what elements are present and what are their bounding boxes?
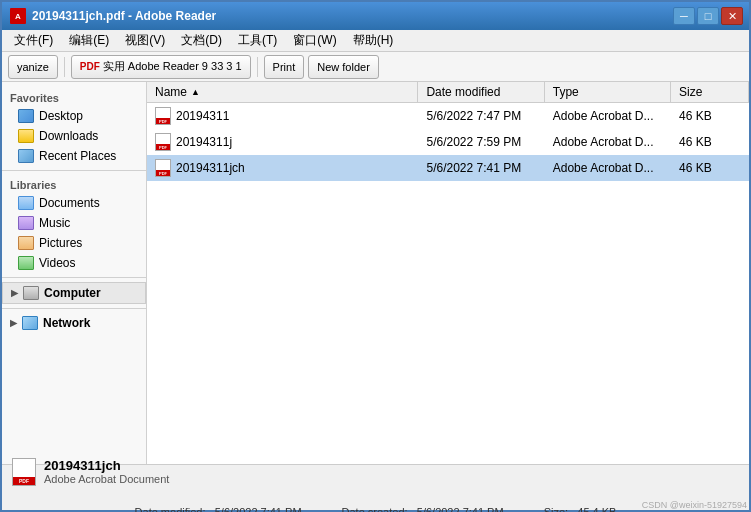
pdf-file-icon: PDF [155,159,171,177]
sidebar-divider-1 [2,170,146,171]
sidebar-divider-2 [2,277,146,278]
sidebar-item-network-label: Network [43,316,90,330]
sidebar-item-documents[interactable]: Documents [2,193,146,213]
sidebar-item-recent[interactable]: Recent Places [2,146,146,166]
sidebar-item-videos-label: Videos [39,256,75,270]
title-bar-left: A 20194311jch.pdf - Adobe Reader [10,8,216,24]
sidebar-item-music-label: Music [39,216,70,230]
menu-help[interactable]: 帮助(H) [345,30,402,51]
file-cell-size: 46 KB [671,107,749,125]
file-cell-date: 5/6/2022 7:47 PM [418,107,544,125]
maximize-button[interactable]: □ [697,7,719,25]
status-size: Size: 45.4 KB [544,506,617,513]
music-icon [18,216,34,230]
pdf-file-icon: PDF [155,107,171,125]
libraries-section: Libraries Documents Music Pictures Video… [2,175,146,273]
toolbar-print[interactable]: Print [264,55,305,79]
window-title: 20194311jch.pdf - Adobe Reader [32,9,216,23]
menu-doc[interactable]: 文档(D) [173,30,230,51]
menu-edit[interactable]: 编辑(E) [61,30,117,51]
main-window: A 20194311jch.pdf - Adobe Reader ─ □ ✕ 文… [0,0,751,512]
documents-icon [18,196,34,210]
table-row[interactable]: PDF 20194311 5/6/2022 7:47 PM Adobe Acro… [147,103,749,129]
title-bar: A 20194311jch.pdf - Adobe Reader ─ □ ✕ [2,2,749,30]
file-cell-type: Adobe Acrobat D... [545,107,671,125]
sidebar-item-network[interactable]: ▶ Network [2,313,146,333]
computer-icon [23,286,39,300]
menu-tools[interactable]: 工具(T) [230,30,285,51]
downloads-icon [18,129,34,143]
file-cell-date: 5/6/2022 7:41 PM [418,159,544,177]
toolbar-separator-2 [257,57,258,77]
menu-file[interactable]: 文件(F) [6,30,61,51]
file-cell-type: Adobe Acrobat D... [545,133,671,151]
sidebar: Favorites Desktop Downloads Recent Place… [2,82,147,464]
network-expand-arrow: ▶ [10,318,17,328]
table-row[interactable]: PDF 20194311jch 5/6/2022 7:41 PM Adobe A… [147,155,749,181]
status-file-icon-bar: PDF [13,477,35,485]
file-cell-name: PDF 20194311j [147,131,418,153]
menu-view[interactable]: 视图(V) [117,30,173,51]
favorites-section: Favorites Desktop Downloads Recent Place… [2,88,146,166]
sidebar-item-pictures-label: Pictures [39,236,82,250]
status-row-1: PDF 20194311jch Adobe Acrobat Document [12,458,739,486]
sidebar-item-downloads[interactable]: Downloads [2,126,146,146]
sort-indicator: ▲ [191,87,200,97]
title-buttons: ─ □ ✕ [673,7,743,25]
network-icon [22,316,38,330]
toolbar-new-folder[interactable]: New folder [308,55,379,79]
status-date-modified: Date modified: 5/6/2022 7:41 PM [135,506,302,513]
sidebar-item-desktop-label: Desktop [39,109,83,123]
sidebar-item-desktop[interactable]: Desktop [2,106,146,126]
pdf-file-icon: PDF [155,133,171,151]
app-icon: A [10,8,26,24]
file-cell-type: Adobe Acrobat D... [545,159,671,177]
videos-icon [18,256,34,270]
status-meta: Date modified: 5/6/2022 7:41 PM Date cre… [135,506,617,513]
file-cell-date: 5/6/2022 7:59 PM [418,133,544,151]
status-file-icon: PDF [12,458,36,486]
sidebar-divider-3 [2,308,146,309]
sidebar-item-downloads-label: Downloads [39,129,98,143]
file-header: Name ▲ Date modified Type Size [147,82,749,103]
sidebar-item-computer[interactable]: ▶ Computer [2,282,146,304]
file-pane: Name ▲ Date modified Type Size [147,82,749,464]
sidebar-item-pictures[interactable]: Pictures [2,233,146,253]
file-cell-size: 46 KB [671,133,749,151]
sidebar-item-music[interactable]: Music [2,213,146,233]
col-header-size[interactable]: Size [671,82,749,102]
libraries-header: Libraries [2,175,146,193]
col-header-date[interactable]: Date modified [418,82,544,102]
toolbar-separator-1 [64,57,65,77]
toolbar: yanize PDF 实用 Adobe Reader 9 33 3 1 Prin… [2,52,749,82]
status-file-icon-body [13,459,35,477]
file-cell-size: 46 KB [671,159,749,177]
sidebar-item-videos[interactable]: Videos [2,253,146,273]
close-button[interactable]: ✕ [721,7,743,25]
menu-window[interactable]: 窗口(W) [285,30,344,51]
toolbar-organize[interactable]: yanize [8,55,58,79]
minimize-button[interactable]: ─ [673,7,695,25]
main-content: Favorites Desktop Downloads Recent Place… [2,82,749,464]
pictures-icon [18,236,34,250]
computer-expand-arrow: ▶ [11,288,18,298]
recent-icon [18,149,34,163]
file-cell-name: PDF 20194311 [147,105,418,127]
sidebar-item-recent-label: Recent Places [39,149,116,163]
favorites-header: Favorites [2,88,146,106]
status-filetype: Adobe Acrobat Document [44,473,169,485]
status-date-created: Date created: 5/6/2022 7:41 PM [342,506,504,513]
desktop-icon [18,109,34,123]
watermark: CSDN @weixin-51927594 [642,500,747,510]
toolbar-adobe[interactable]: PDF 实用 Adobe Reader 9 33 3 1 [71,55,251,79]
file-cell-name: PDF 20194311jch [147,157,418,179]
file-list: PDF 20194311 5/6/2022 7:47 PM Adobe Acro… [147,103,749,464]
status-info: 20194311jch Adobe Acrobat Document [44,458,169,485]
sidebar-item-documents-label: Documents [39,196,100,210]
table-row[interactable]: PDF 20194311j 5/6/2022 7:59 PM Adobe Acr… [147,129,749,155]
col-header-type[interactable]: Type [545,82,671,102]
status-bar: PDF 20194311jch Adobe Acrobat Document D… [2,464,749,510]
sidebar-item-computer-label: Computer [44,286,101,300]
col-header-name[interactable]: Name ▲ [147,82,418,102]
menu-bar: 文件(F) 编辑(E) 视图(V) 文档(D) 工具(T) 窗口(W) 帮助(H… [2,30,749,52]
